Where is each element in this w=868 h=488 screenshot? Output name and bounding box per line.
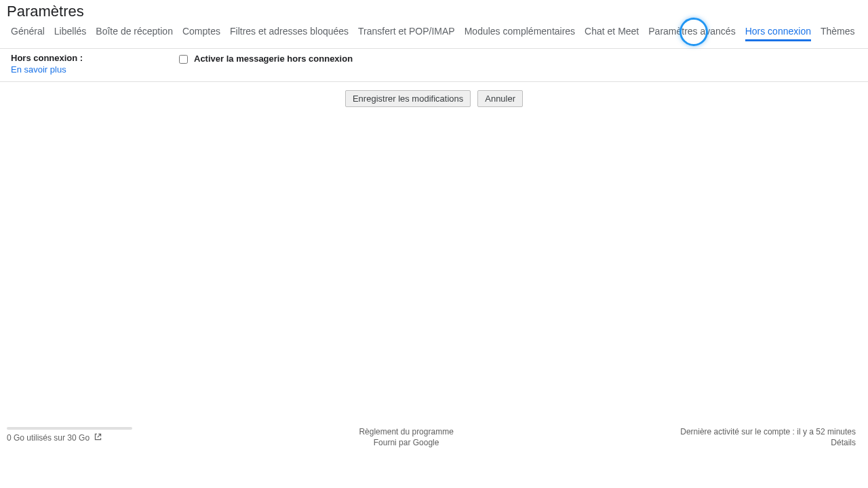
settings-tabs: Général Libellés Boîte de réception Comp… — [0, 26, 868, 49]
offline-section: Hors connexion : En savoir plus Activer … — [0, 49, 868, 82]
action-buttons: Enregistrer les modifications Annuler — [0, 82, 868, 115]
offline-label: Hors connexion : — [11, 53, 176, 63]
tab-general[interactable]: Général — [11, 26, 45, 41]
tab-accounts[interactable]: Comptes — [182, 26, 220, 41]
details-link[interactable]: Détails — [831, 438, 856, 447]
storage-bar — [7, 427, 132, 430]
enable-offline-checkbox[interactable] — [179, 55, 188, 64]
powered-by-link[interactable]: Fourni par Google — [374, 438, 439, 447]
program-rules-link[interactable]: Règlement du programme — [359, 427, 453, 436]
tab-chat[interactable]: Chat et Meet — [585, 26, 639, 41]
last-activity-text: Dernière activité sur le compte : il y a… — [680, 427, 856, 436]
tab-addons[interactable]: Modules complémentaires — [465, 26, 575, 41]
footer: 0 Go utilisés sur 30 Go Règlement du pro… — [0, 427, 868, 449]
tab-advanced[interactable]: Paramètres avancés — [648, 26, 735, 41]
page-title: Paramètres — [0, 0, 868, 26]
learn-more-link[interactable]: En savoir plus — [11, 64, 176, 75]
storage-link[interactable]: 0 Go utilisés sur 30 Go — [7, 433, 90, 443]
tab-labels[interactable]: Libellés — [54, 26, 86, 41]
tab-themes[interactable]: Thèmes — [821, 26, 855, 41]
cancel-button[interactable]: Annuler — [477, 90, 523, 107]
enable-offline-label[interactable]: Activer la messagerie hors connexion — [194, 54, 353, 64]
external-link-icon — [94, 432, 102, 443]
tab-inbox[interactable]: Boîte de réception — [96, 26, 173, 41]
tab-filters[interactable]: Filtres et adresses bloquées — [230, 26, 349, 41]
save-button[interactable]: Enregistrer les modifications — [345, 90, 471, 107]
tab-forwarding[interactable]: Transfert et POP/IMAP — [358, 26, 455, 41]
tab-offline[interactable]: Hors connexion — [745, 26, 811, 41]
